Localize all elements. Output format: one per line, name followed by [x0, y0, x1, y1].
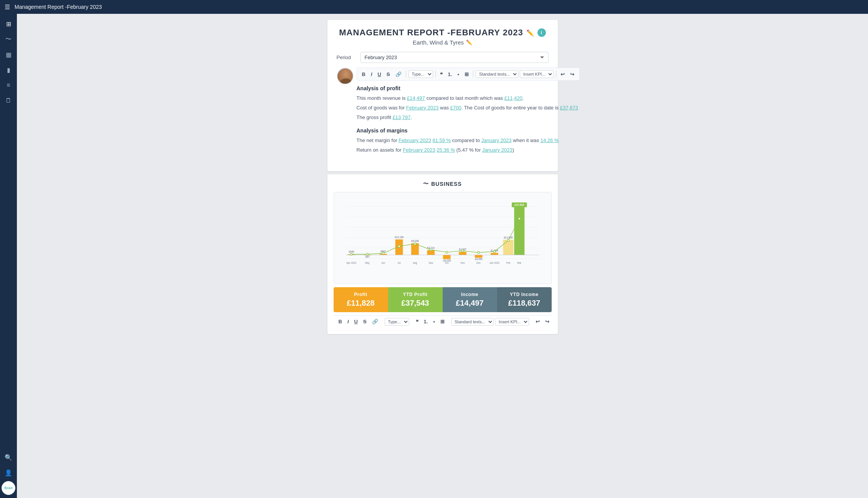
company-name: Earth, Wind & Tyres — [413, 39, 464, 46]
avatar — [337, 68, 354, 84]
svg-text:Jul: Jul — [397, 261, 400, 264]
bottom-table-button[interactable]: ⊞ — [438, 318, 446, 325]
report-header: MANAGEMENT REPORT -FEBRUARY 2023 ✏️ i Ea… — [337, 28, 549, 46]
kpi-profit: Profit £11,828 — [334, 287, 388, 312]
margins-line-1: The net margin for February 2023 81.59 %… — [357, 137, 580, 145]
redo-button[interactable]: ↪ — [568, 71, 576, 78]
bottom-strikethrough-button[interactable]: S — [361, 318, 369, 325]
sidebar-item-search[interactable]: 🔍 — [2, 450, 15, 464]
svg-text:May: May — [365, 261, 370, 264]
bottom-bold-button[interactable]: B — [337, 318, 344, 325]
bottom-undo-button[interactable]: ↩ — [534, 318, 542, 325]
kpi-ytd-income-value: £118,637 — [502, 299, 547, 308]
report-title-text: MANAGEMENT REPORT -FEBRUARY 2023 — [339, 28, 523, 38]
sidebar-item-bar-chart[interactable]: ▮ — [2, 63, 15, 77]
insert-kpi-select[interactable]: Insert KPI... — [520, 70, 554, 78]
svg-text:Nov: Nov — [460, 261, 465, 264]
report-title: MANAGEMENT REPORT -FEBRUARY 2023 ✏️ i — [337, 28, 549, 38]
sidebar-item-user[interactable]: 👤 — [2, 466, 15, 480]
bold-button[interactable]: B — [360, 71, 367, 78]
bottom-italic-button[interactable]: I — [346, 318, 351, 325]
sidebar-item-list[interactable]: ≡ — [2, 78, 15, 92]
sidebar-item-reports[interactable]: 🗒 — [2, 94, 15, 108]
svg-text:Aug: Aug — [413, 261, 417, 264]
period-select[interactable]: February 2023 — [360, 52, 549, 63]
kpi-ytd-profit-value: £37,543 — [393, 299, 438, 308]
toolbar-sep-1 — [406, 71, 406, 78]
table-button[interactable]: ⊞ — [463, 71, 471, 78]
main-layout: ⊞ 〜 ▦ ▮ ≡ 🗒 🔍 👤 ⚙ MANAGEMENT REPORT -FEB… — [0, 14, 868, 498]
bottom-link-button[interactable]: 🔗 — [370, 318, 380, 325]
sidebar-item-analytics[interactable]: 〜 — [2, 32, 15, 46]
kpi-profit-label: Profit — [338, 292, 384, 297]
report-header-card: MANAGEMENT REPORT -FEBRUARY 2023 ✏️ i Ea… — [327, 20, 558, 171]
profit-line-2: Cost of goods was for February 2023 was … — [357, 104, 580, 112]
unordered-list-button[interactable]: • — [455, 71, 461, 78]
kpi-row: Profit £11,828 YTD Profit £37,543 Income… — [334, 287, 552, 312]
svg-text:Mar: Mar — [517, 261, 521, 264]
line-point-aug — [414, 243, 416, 245]
svg-text:Jan 2023: Jan 2023 — [489, 261, 499, 264]
report-subtitle: Earth, Wind & Tyres ✏️ — [337, 39, 549, 46]
svg-text:£11,828: £11,828 — [504, 236, 513, 239]
margins-section: Analysis of margins The net margin for F… — [357, 127, 580, 154]
kpi-ytd-profit: YTD Profit £37,543 — [388, 287, 443, 312]
company-edit-icon[interactable]: ✏️ — [466, 40, 472, 45]
type-select[interactable]: Type... — [408, 70, 433, 78]
sidebar-item-chart[interactable]: ▦ — [2, 48, 15, 61]
line-point-dec — [477, 251, 479, 253]
report-title-edit-icon[interactable]: ✏️ — [526, 29, 534, 36]
bottom-insert-kpi-select[interactable]: Insert KPI... — [495, 318, 529, 326]
svg-text:Apr 2022: Apr 2022 — [346, 261, 356, 264]
svg-text:Dec: Dec — [476, 261, 480, 264]
kpi-ytd-profit-label: YTD Profit — [393, 292, 438, 297]
line-point-nov — [461, 250, 463, 251]
line-point-mar — [518, 218, 520, 220]
line-point-oct — [446, 251, 448, 253]
blockquote-button[interactable]: ❝ — [438, 71, 445, 78]
finsit-logo[interactable]: finsit — [2, 481, 15, 495]
line-point-jan — [493, 250, 495, 252]
info-icon[interactable]: i — [537, 28, 546, 37]
underline-button[interactable]: U — [376, 71, 383, 78]
italic-button[interactable]: I — [369, 71, 374, 78]
svg-text:£12,136: £12,136 — [395, 236, 403, 238]
bar-feb — [503, 240, 513, 255]
topbar: ☰ Management Report -February 2023 — [0, 0, 868, 14]
sidebar: ⊞ 〜 ▦ ▮ ≡ 🗒 🔍 👤 ⚙ — [0, 14, 17, 498]
bar-nov — [459, 252, 466, 255]
bottom-underline-button[interactable]: U — [352, 318, 360, 325]
profit-section: Analysis of profit This month revenue is… — [357, 85, 580, 121]
svg-text:Jun: Jun — [381, 261, 385, 264]
menu-icon[interactable]: ☰ — [5, 3, 10, 11]
bottom-blockquote-button[interactable]: ❝ — [414, 318, 420, 325]
svg-text:Oct: Oct — [445, 261, 448, 264]
bottom-type-select[interactable]: Type... — [385, 318, 409, 326]
chart-card: 〜 BUSINESS — [327, 174, 558, 334]
toolbar-sep-3 — [473, 71, 473, 78]
bottom-redo-button[interactable]: ↪ — [543, 318, 551, 325]
chart-title-icon: 〜 — [423, 180, 429, 187]
kpi-income: Income £14,497 — [443, 287, 497, 312]
sidebar-item-dashboard[interactable]: ⊞ — [2, 17, 15, 31]
bottom-standard-texts-select[interactable]: Standard texts... — [451, 318, 494, 326]
standard-texts-select[interactable]: Standard texts... — [476, 70, 518, 78]
chart-title: 〜 BUSINESS — [334, 180, 552, 187]
kpi-profit-value: £11,828 — [338, 299, 384, 308]
bottom-ul-button[interactable]: • — [431, 318, 437, 325]
line-point-jul — [398, 245, 400, 247]
margins-line-2: Return on assets for February 2023 25.36… — [357, 146, 580, 154]
avatar-image — [337, 68, 354, 84]
link-button[interactable]: 🔗 — [393, 71, 403, 78]
strikethrough-button[interactable]: S — [385, 71, 392, 78]
profit-line-1: This month revenue is £14,497 compared t… — [357, 94, 580, 103]
period-row: Period February 2023 — [337, 52, 549, 63]
bottom-ol-button[interactable]: 1. — [422, 318, 430, 325]
svg-text:Feb: Feb — [506, 261, 510, 264]
undo-button[interactable]: ↩ — [559, 71, 567, 78]
profit-line-3: The gross profit £13,797. — [357, 114, 580, 122]
ordered-list-button[interactable]: 1. — [446, 71, 454, 78]
content-area: MANAGEMENT REPORT -FEBRUARY 2023 ✏️ i Ea… — [17, 14, 868, 498]
toolbar-sep-2 — [435, 71, 436, 78]
profit-section-title: Analysis of profit — [357, 85, 580, 91]
